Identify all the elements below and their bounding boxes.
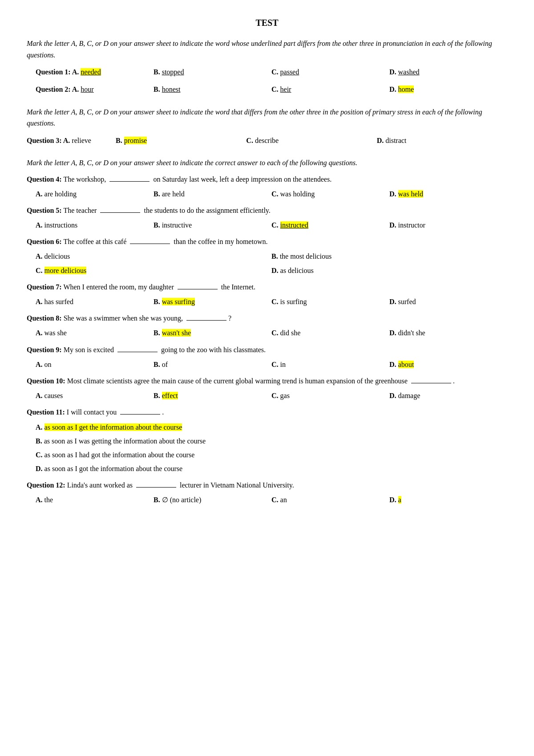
q9-options: A. on B. of C. in D. about [36,358,507,371]
question-2-block: Question 2: A. hour B. honest C. heir D.… [27,82,507,96]
q9-text: Question 9: My son is excited going to t… [27,344,507,356]
q8-text: Question 8: She was a swimmer when she w… [27,312,507,324]
question-1-options: Question 1: A. needed B. stopped C. pass… [36,65,507,79]
question-4-block: Question 4: The workshop, on Saturday la… [27,173,507,201]
q11-options: A. as soon as I get the information abou… [36,420,507,476]
q1-bold-label: Question 1: [36,68,72,76]
question-1-block: Question 1: A. needed B. stopped C. pass… [27,65,507,79]
page-title: TEST [27,18,507,28]
q1-optA: needed [81,68,101,76]
q2-bold-label: Question 2: [36,85,72,93]
q6-text: Question 6: The coffee at this café than… [27,236,507,248]
q1-optD: D. washed [389,65,507,79]
question-2-options: Question 2: A. hour B. honest C. heir D.… [36,82,507,96]
q10-options: A. causes B. effect C. gas D. damage [36,389,507,402]
section1-instruction: Mark the letter A, B, C, or D on your an… [27,38,507,61]
q12-text: Question 12: Linda's aunt worked as lect… [27,479,507,491]
question-3-block: Question 3: A. relieve B. promise C. des… [27,134,507,147]
section1: Mark the letter A, B, C, or D on your an… [27,38,507,97]
q5-options: A. instructions B. instructive C. instru… [36,218,507,232]
q4-text: Question 4: The workshop, on Saturday la… [27,173,507,185]
question-12-block: Question 12: Linda's aunt worked as lect… [27,479,507,507]
section2-instruction: Mark the letter A, B, C, or D on your an… [27,106,507,129]
q7-options: A. has surfed B. was surfing C. is surfi… [36,295,507,309]
q1-optB: B. stopped [154,65,271,79]
q8-options: A. was she B. wasn't she C. did she D. d… [36,326,507,340]
q2-optB: B. honest [154,82,271,96]
question-10-block: Question 10: Most climate scientists agr… [27,375,507,402]
question-3-options: Question 3: A. relieve B. promise C. des… [27,134,507,147]
question-11-block: Question 11: I will contact you . A. as … [27,406,507,476]
q1-label: Question 1: A. needed [36,65,154,79]
q4-options: A. are holding B. are held C. was holdin… [36,187,507,201]
section3: Mark the letter A, B, C, or D on your an… [27,157,507,507]
q2-label: Question 2: A. hour [36,82,154,96]
q2-optD: D. home [389,82,507,96]
question-6-block: Question 6: The coffee at this café than… [27,236,507,277]
q12-options: A. the B. ∅ (no article) C. an D. a [36,493,507,507]
question-5-block: Question 5: The teacher the students to … [27,204,507,232]
q10-text: Question 10: Most climate scientists agr… [27,375,507,387]
question-9-block: Question 9: My son is excited going to t… [27,344,507,371]
q11-text: Question 11: I will contact you . [27,406,507,418]
q5-text: Question 5: The teacher the students to … [27,204,507,216]
section3-instruction: Mark the letter A, B, C, or D on your an… [27,157,507,169]
section2: Mark the letter A, B, C, or D on your an… [27,106,507,147]
q6-options: A. delicious B. the most delicious C. mo… [36,249,507,277]
q7-text: Question 7: When I entered the room, my … [27,281,507,293]
question-7-block: Question 7: When I entered the room, my … [27,281,507,309]
q1-optC: C. passed [271,65,389,79]
q2-optC: C. heir [271,82,389,96]
question-8-block: Question 8: She was a swimmer when she w… [27,312,507,340]
